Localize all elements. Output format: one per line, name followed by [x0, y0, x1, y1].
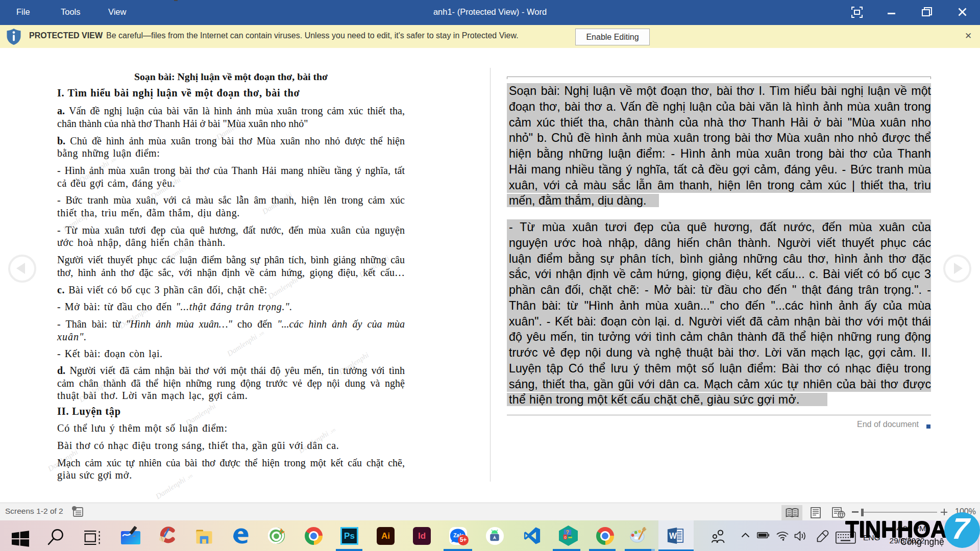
svg-text:?: ?	[566, 530, 569, 535]
svg-text:W: W	[669, 532, 677, 540]
svg-text:0: 0	[564, 535, 566, 540]
